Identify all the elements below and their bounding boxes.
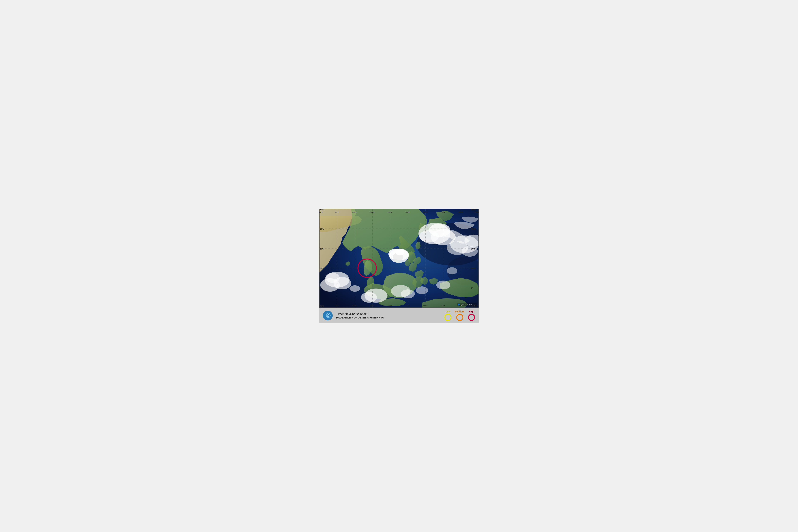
legend-item-low: Low: [444, 310, 452, 321]
svg-text:140°E: 140°E: [423, 211, 428, 213]
svg-point-11: [320, 278, 340, 292]
map-wrapper: 40°N 30°N 20°N 10°N 0° 10°S 40°N 30°N 20…: [319, 209, 479, 308]
svg-text:30°N: 30°N: [471, 228, 476, 230]
svg-point-26: [436, 281, 451, 289]
logo-icon: [323, 311, 333, 320]
svg-text:120°E: 120°E: [387, 305, 393, 307]
svg-point-21: [361, 292, 377, 303]
svg-point-78: [324, 311, 332, 320]
svg-point-79: [327, 316, 328, 317]
svg-point-25: [416, 286, 428, 294]
svg-text:160°E: 160°E: [458, 211, 463, 213]
legend-circle-high: [468, 314, 475, 321]
svg-text:140°E: 140°E: [423, 305, 428, 307]
legend-label-high: High: [469, 310, 474, 313]
main-container: 40°N 30°N 20°N 10°N 0° 10°S 40°N 30°N 20…: [319, 209, 479, 323]
probability-label: PROBABILITY OF GENESIS WITHIN 48H: [336, 316, 441, 319]
svg-text:110°E: 110°E: [370, 305, 375, 307]
legend-label-low: Low: [445, 310, 451, 313]
svg-text:90°E: 90°E: [335, 211, 339, 213]
legend-text-block: Time: 2024.12.22 12UTC PROBABILITY OF GE…: [336, 312, 441, 319]
svg-text:80°E: 80°E: [319, 305, 323, 307]
legend-item-medium: Medium: [455, 310, 464, 321]
svg-text:130°E: 130°E: [405, 211, 410, 213]
land-svg: 40°N 30°N 20°N 10°N 0° 10°S 40°N 30°N 20…: [319, 209, 479, 308]
svg-text:90°E: 90°E: [335, 305, 339, 307]
svg-text:10°N: 10°N: [320, 267, 324, 269]
svg-text:10°N: 10°N: [471, 267, 476, 269]
svg-text:20°N: 20°N: [320, 248, 324, 250]
svg-text:110°E: 110°E: [370, 211, 375, 213]
svg-text:150°E: 150°E: [440, 305, 445, 307]
svg-text:130°E: 130°E: [405, 305, 410, 307]
map-area: 40°N 30°N 20°N 10°N 0° 10°S 40°N 30°N 20…: [319, 209, 479, 308]
svg-text:0°: 0°: [320, 287, 322, 289]
svg-text:100°E: 100°E: [352, 211, 357, 213]
svg-text:30°N: 30°N: [320, 228, 324, 230]
legend-item-high: High: [468, 310, 475, 321]
svg-text:40°N: 40°N: [471, 209, 476, 211]
time-label: Time: 2024.12.22 12UTC: [336, 312, 441, 316]
svg-text:40°N: 40°N: [320, 209, 324, 211]
legend-bar: Time: 2024.12.22 12UTC PROBABILITY OF GE…: [319, 308, 479, 323]
svg-point-7: [396, 249, 404, 255]
svg-text:170°E: 170°E: [474, 211, 479, 213]
svg-text:150°E: 150°E: [440, 211, 445, 213]
svg-text:100°E: 100°E: [352, 305, 357, 307]
svg-text:120°E: 120°E: [387, 211, 393, 213]
legend-circles: Low Medium High: [444, 310, 475, 321]
legend-circle-medium: [456, 314, 463, 321]
watermark: 🔵 @喜欢气象的点点: [457, 303, 477, 306]
svg-text:20°N: 20°N: [471, 248, 476, 250]
svg-point-27: [447, 267, 457, 274]
svg-text:80°E: 80°E: [319, 211, 323, 213]
legend-circle-low: [444, 314, 452, 321]
legend-label-medium: Medium: [455, 310, 464, 313]
svg-text:0°: 0°: [471, 287, 473, 289]
